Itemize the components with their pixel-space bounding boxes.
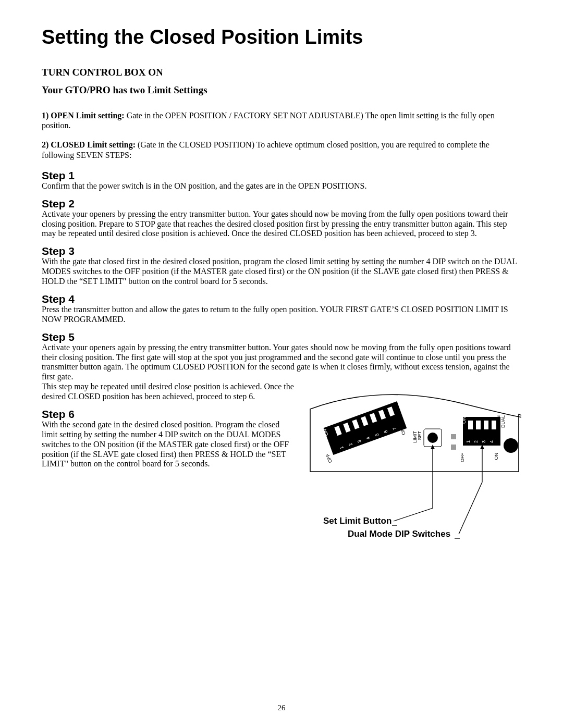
knob-icon xyxy=(504,438,518,453)
step-2-body: Activate your openers by pressing the en… xyxy=(42,209,521,239)
step-6-heading: Step 6 xyxy=(42,408,297,421)
svg-rect-14 xyxy=(484,421,488,429)
svg-rect-12 xyxy=(468,421,473,429)
svg-rect-13 xyxy=(476,421,481,429)
subheading-limit-settings: Your GTO/PRO has two Limit Settings xyxy=(42,84,521,96)
right-dip-1: 1 xyxy=(466,440,471,443)
set-limit-label-1: SET xyxy=(417,431,422,440)
right-dip-3: 3 xyxy=(481,440,486,443)
closed-limit-paragraph: 2) CLOSED Limit setting: (Gate in the CL… xyxy=(42,140,521,159)
step-3-body: With the gate that closed first in the d… xyxy=(42,257,521,287)
step-5-body-a: Activate your openers again by pressing … xyxy=(42,343,521,382)
callout-set-limit: Set Limit Button xyxy=(323,516,391,526)
dual-modes-label-2: MODES xyxy=(496,415,501,433)
page-number: 26 xyxy=(0,704,563,712)
closed-limit-lead: 2) CLOSED Limit setting: xyxy=(42,140,138,149)
subheading-turn-on: TURN CONTROL BOX ON xyxy=(42,67,521,78)
step-5-heading: Step 5 xyxy=(42,331,521,343)
step-6-body: With the second gate in the desired clos… xyxy=(42,420,297,469)
svg-rect-9 xyxy=(451,434,456,439)
open-limit-lead: 1) OPEN Limit setting: xyxy=(42,111,127,120)
svg-rect-10 xyxy=(451,445,456,450)
page-title: Setting the Closed Position Limits xyxy=(42,26,521,48)
step-4-body: Press the transmitter button and allow t… xyxy=(42,305,521,325)
set-limit-label-2: LIMIT xyxy=(412,431,418,443)
right-dip-2: 2 xyxy=(473,440,479,443)
step-4-heading: Step 4 xyxy=(42,293,521,305)
right-dip-on-label: ON xyxy=(461,417,467,424)
step-3-heading: Step 3 xyxy=(42,245,521,257)
open-limit-paragraph: 1) OPEN Limit setting: Gate in the OPEN … xyxy=(42,110,521,130)
right-dip-4: 4 xyxy=(489,440,494,443)
step-1-body: Confirm that the power switch is in the … xyxy=(42,181,521,191)
step-1-heading: Step 1 xyxy=(42,169,521,182)
callout-dual-mode: Dual Mode DIP Switches xyxy=(348,529,450,539)
right-dip-off-label: OFF xyxy=(460,453,465,462)
step-2-heading: Step 2 xyxy=(42,198,521,210)
control-board-diagram: ON 1 2 3 4 5 6 7 OFF ON SET LIMIT xyxy=(308,388,521,552)
dual-modes-label-1: DUAL xyxy=(500,415,506,428)
right-dip-on-label-2: ON xyxy=(494,453,499,460)
set-limit-button-icon xyxy=(427,433,438,443)
step-5-body-b: This step may be repeated until desired … xyxy=(42,382,297,402)
